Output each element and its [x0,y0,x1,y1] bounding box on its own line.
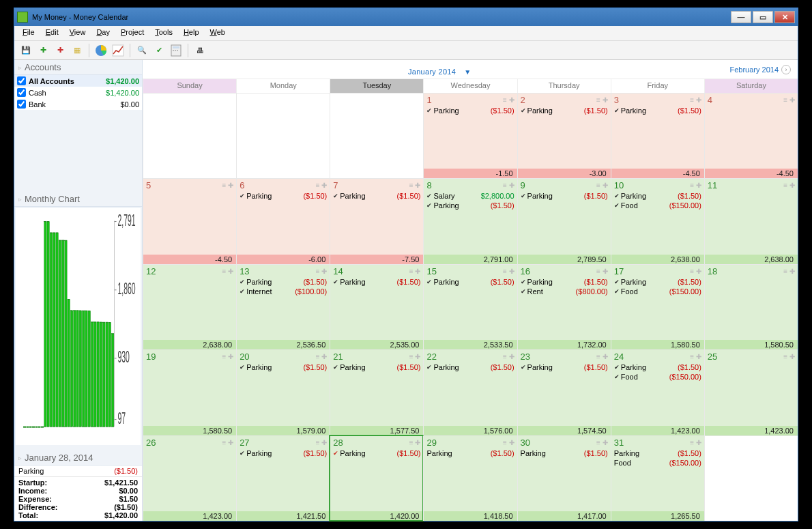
day-cell-icons[interactable]: ≡ ✚ [503,96,514,104]
day-cell-icons[interactable]: ≡ ✚ [690,439,701,446]
day-cell[interactable]: 14≡ ✚✔Parking($1.50)2,535.00 [330,264,423,349]
calendar-entry[interactable]: Parking($1.50) [614,448,701,458]
calendar-entry[interactable]: ✔Parking($1.50) [521,277,608,287]
day-cell[interactable]: 1≡ ✚✔Parking($1.50)-1.50 [423,93,517,178]
pie-chart-icon[interactable] [93,43,108,58]
calendar-entry[interactable]: ✔Parking($1.50) [521,362,608,372]
calendar-entry[interactable]: ✔Parking($1.50) [426,106,514,115]
day-cell[interactable]: 31≡ ✚Parking($1.50)Food($150.00)1,265.50 [611,435,704,521]
day-cell[interactable]: 17≡ ✚✔Parking($1.50)✔Food($150.00)1,580.… [611,264,704,349]
day-cell-icons[interactable]: ≡ ✚ [783,268,795,275]
day-cell[interactable] [330,93,423,178]
day-cell[interactable]: 24≡ ✚✔Parking($1.50)✔Food($150.00)1,423.… [611,349,704,435]
day-cell[interactable]: 19≡ ✚1,580.50 [143,349,236,435]
day-cell[interactable]: 13≡ ✚✔Parking($1.50)✔Internet($100.00)2,… [236,264,330,349]
calendar-entry[interactable]: ✔Parking($1.50) [426,277,514,287]
day-cell[interactable]: 29≡ ✚Parking($1.50)1,418.50 [423,435,517,521]
day-cell-icons[interactable]: ≡ ✚ [783,182,795,189]
day-cell[interactable] [236,93,330,178]
menu-day[interactable]: Day [91,26,115,40]
day-cell-icons[interactable]: ≡ ✚ [222,353,234,360]
calendar-entry[interactable]: ✔Rent($800.00) [521,287,608,296]
calendar-entry[interactable]: ✔Parking($1.50) [333,362,420,372]
calendar-entry[interactable]: ✔Food($150.00) [614,287,701,296]
account-row[interactable]: Bank$0.00 [14,98,142,110]
print-icon[interactable]: 🖶 [192,43,207,58]
day-cell-icons[interactable]: ≡ ✚ [596,96,608,104]
account-row[interactable]: All Accounts$1,420.00 [14,75,142,87]
day-cell[interactable]: 25≡ ✚1,423.00 [704,349,798,435]
calendar-entry[interactable]: ✔Parking($1.50) [240,277,327,287]
day-cell-icons[interactable]: ≡ ✚ [690,96,701,104]
calendar-entry[interactable]: ✔Parking($1.50) [614,362,701,372]
account-row[interactable]: Cash$1,420.00 [14,87,142,98]
day-cell[interactable]: 27≡ ✚✔Parking($1.50)1,421.50 [236,435,330,521]
day-cell-icons[interactable]: ≡ ✚ [222,439,234,446]
calendar-entry[interactable]: ✔Parking($1.50) [614,191,701,201]
day-cell-icons[interactable]: ≡ ✚ [316,353,328,360]
day-cell-icons[interactable]: ≡ ✚ [222,182,234,189]
day-cell-icons[interactable]: ≡ ✚ [503,268,514,275]
note-icon[interactable]: ▦ [70,43,85,58]
menu-web[interactable]: Web [205,26,231,40]
day-cell[interactable]: 2≡ ✚✔Parking($1.50)-3.00 [517,93,611,178]
day-cell-icons[interactable]: ≡ ✚ [596,182,608,189]
save-icon[interactable]: 💾 [18,43,33,58]
day-cell[interactable] [143,93,236,178]
calendar-entry[interactable]: Parking($1.50) [426,448,514,458]
day-cell-icons[interactable]: ≡ ✚ [690,268,701,275]
day-cell-icons[interactable]: ≡ ✚ [596,353,608,360]
day-cell[interactable]: 8≡ ✚✔Salary$2,800.00✔Parking($1.50)2,791… [423,178,517,263]
day-cell-icons[interactable]: ≡ ✚ [783,96,795,104]
day-cell[interactable]: 18≡ ✚1,580.50 [704,264,798,349]
chevron-down-icon[interactable]: ▼ [464,68,471,76]
day-cell[interactable]: 11≡ ✚2,638.00 [704,178,798,263]
titlebar[interactable]: My Money - Money Calendar — ▭ ✕ [14,8,798,26]
add-red-icon[interactable]: ✚ [53,43,68,58]
day-cell[interactable]: 26≡ ✚1,423.00 [143,435,236,521]
day-cell[interactable]: 21≡ ✚✔Parking($1.50)1,577.50 [330,349,423,435]
day-cell[interactable]: 28≡ ✚✔Parking($1.50)1,420.00 [330,435,423,521]
calendar-entry[interactable]: ✔Salary$2,800.00 [426,191,514,201]
selected-date-header[interactable]: January 28, 2014 [14,451,142,466]
calendar-entry[interactable]: ✔Parking($1.50) [240,191,327,201]
calendar-entry[interactable]: ✔Food($150.00) [614,201,701,210]
day-cell-icons[interactable]: ≡ ✚ [222,268,234,275]
add-green-icon[interactable]: ✚ [35,43,50,58]
account-checkbox[interactable] [17,76,26,85]
day-cell-icons[interactable]: ≡ ✚ [409,268,421,275]
day-cell[interactable]: 23≡ ✚✔Parking($1.50)1,574.50 [517,349,611,435]
calendar-entry[interactable]: ✔Parking($1.50) [614,277,701,287]
calendar-entry[interactable]: ✔Parking($1.50) [426,201,514,210]
day-cell-icons[interactable]: ≡ ✚ [409,439,421,446]
menu-project[interactable]: Project [115,26,149,40]
day-cell-icons[interactable]: ≡ ✚ [596,439,608,446]
calendar-entry[interactable]: ✔Parking($1.50) [333,191,420,201]
day-cell-icons[interactable]: ≡ ✚ [690,353,701,360]
day-cell[interactable]: 3≡ ✚✔Parking($1.50)-4.50 [611,93,704,178]
maximize-button[interactable]: ▭ [753,11,773,23]
menu-view[interactable]: View [64,26,91,40]
calendar-entry[interactable]: Parking($1.50) [521,448,608,458]
day-cell[interactable]: 7≡ ✚✔Parking($1.50)-7.50 [330,178,423,263]
calendar-entry[interactable]: ✔Parking($1.50) [333,448,420,458]
day-cell-icons[interactable]: ≡ ✚ [316,182,328,189]
day-cell-icons[interactable]: ≡ ✚ [316,268,328,275]
calendar-entry[interactable]: ✔Parking($1.50) [426,362,514,372]
calendar-entry[interactable]: ✔Parking($1.50) [614,106,701,115]
day-cell-icons[interactable]: ≡ ✚ [503,182,514,189]
day-cell[interactable]: 5≡ ✚-4.50 [143,178,236,263]
search-icon[interactable]: 🔍 [134,43,149,58]
day-cell[interactable]: 9≡ ✚✔Parking($1.50)2,789.50 [517,178,611,263]
day-cell-icons[interactable]: ≡ ✚ [783,353,795,360]
day-cell[interactable]: 20≡ ✚✔Parking($1.50)1,579.00 [236,349,330,435]
calendar-entry[interactable]: ✔Internet($100.00) [240,287,327,296]
calendar-title[interactable]: January 2014 ▼ [149,61,729,78]
day-cell[interactable]: 30≡ ✚Parking($1.50)1,417.00 [517,435,611,521]
monthly-chart-header[interactable]: Monthly Chart [14,192,142,207]
menu-help[interactable]: Help [178,26,205,40]
day-cell[interactable]: 22≡ ✚✔Parking($1.50)1,576.00 [423,349,517,435]
menu-edit[interactable]: Edit [40,26,64,40]
next-month-link[interactable]: February 2014 › [729,65,791,74]
day-cell[interactable]: 6≡ ✚✔Parking($1.50)-6.00 [236,178,330,263]
